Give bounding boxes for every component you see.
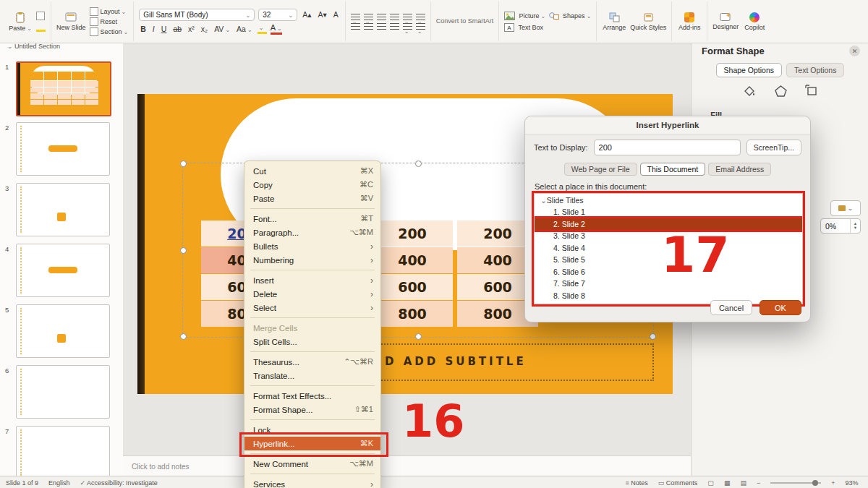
zoom-slider[interactable] [770,482,821,484]
transparency-spinner[interactable]: 0% ▲▼ [820,218,861,234]
section-button[interactable]: Section [90,27,129,36]
menu-item-paste[interactable]: Paste⌘V [244,192,380,205]
font-color-button[interactable]: A [271,24,282,35]
zoom-level[interactable]: 93% [845,479,858,487]
menu-item-font[interactable]: Font...⌘T [244,212,380,226]
justify-icon[interactable] [390,23,399,30]
font-name-select[interactable]: Gill Sans MT (Body) [139,9,255,21]
section-header[interactable]: Untitled Section [7,43,60,50]
resize-handle[interactable] [650,333,656,340]
columns-icon[interactable] [416,23,425,30]
menu-item-bullets[interactable]: Bullets [244,239,380,253]
slide-thumbnail-2[interactable]: 2 [0,122,123,174]
menu-item-format-text-effects[interactable]: Format Text Effects... [244,389,380,403]
menu-item-split-cells[interactable]: Split Cells... [244,335,380,348]
shapes-button[interactable]: Shapes [549,12,591,20]
screentip-button[interactable]: ScreenTip... [746,140,801,155]
tree-root-slide-titles[interactable]: Slide Titles [535,194,802,206]
decrease-font-icon[interactable]: A▾ [317,10,328,19]
ok-button[interactable]: OK [760,300,801,315]
highlight-color-button[interactable] [258,24,267,34]
notes-toggle[interactable]: ≡ Notes [626,479,648,487]
resize-handle[interactable] [415,333,422,340]
subscript-button[interactable]: x₂ [200,25,209,33]
italic-button[interactable]: I [151,25,156,33]
reset-button[interactable]: Reset [90,17,129,26]
close-icon[interactable]: ✕ [849,46,860,56]
addins-button[interactable]: Add-ins [677,12,702,31]
menu-item-new-comment[interactable]: New Comment⌥⌘M [244,457,380,471]
menu-item-services[interactable]: Services [244,477,380,488]
menu-item-delete[interactable]: Delete [244,287,380,301]
fill-color-button[interactable]: ⌄ [830,200,861,216]
effects-pentagon-icon[interactable] [774,85,788,100]
menu-item-insert[interactable]: Insert [244,273,380,287]
table-cell[interactable]: 800 [372,301,453,327]
font-size-select[interactable]: 32 [258,9,297,21]
accessibility-status[interactable]: ✓ Accessibility: Investigate [80,479,158,487]
align-left-icon[interactable] [351,23,360,30]
quick-styles-button[interactable]: Quick Styles [630,12,666,31]
menu-item-translate[interactable]: Translate... [244,369,380,382]
bullets-icon[interactable] [351,14,360,20]
zoom-out-icon[interactable]: − [757,479,760,487]
bold-button[interactable]: B [139,25,148,33]
underline-button[interactable]: U [160,25,169,33]
strikethrough-button[interactable]: ab [171,25,183,33]
character-spacing-button[interactable]: AV [213,25,231,33]
resize-handle[interactable] [180,247,187,254]
menu-item-format-shape[interactable]: Format Shape...⇧⌘1 [244,403,380,416]
menu-item-cut[interactable]: Cut⌘X [244,164,380,178]
slide-thumbnail-7[interactable]: 7 [0,426,123,476]
paste-button[interactable]: Paste [8,12,33,32]
menu-item-copy[interactable]: Copy⌘C [244,178,380,192]
menu-item-numbering[interactable]: Numbering [244,253,380,267]
indent-decrease-icon[interactable] [377,14,386,20]
text-direction-icon[interactable] [416,14,425,20]
slide-thumbnail-4[interactable]: 4 [0,244,123,296]
numbering-icon[interactable] [364,14,373,20]
stepper-icon[interactable]: ▲▼ [850,219,860,233]
picture-button[interactable]: Picture [504,12,545,20]
arrange-button[interactable]: Arrange [602,12,626,31]
superscript-button[interactable]: x² [187,25,196,33]
slideshow-view-icon[interactable]: ▤ [740,479,746,487]
zoom-slider-thumb[interactable] [812,480,818,486]
resize-handle[interactable] [180,160,187,167]
copy-icon[interactable] [36,12,45,20]
align-text-icon[interactable] [403,23,412,30]
increase-font-icon[interactable]: A▴ [301,10,312,19]
menu-item-thesaurus[interactable]: Thesaurus...⌃⌥⌘R [244,355,380,369]
cancel-button[interactable]: Cancel [710,300,752,315]
resize-handle[interactable] [180,333,187,340]
tree-item-slide-1[interactable]: 1. Slide 1 [535,206,802,218]
designer-button[interactable]: Designer [712,12,739,30]
comments-toggle[interactable]: ▭ Comments [658,479,698,487]
align-right-icon[interactable] [377,23,386,30]
normal-view-icon[interactable]: ▢ [707,479,714,487]
clear-formatting-icon[interactable]: A [332,10,340,19]
convert-smartart-button[interactable]: Convert to SmartArt [436,17,494,25]
change-case-button[interactable]: Aa [235,25,254,33]
new-slide-button[interactable]: New Slide [56,12,86,31]
tab-text-options[interactable]: Text Options [786,63,844,77]
layout-button[interactable]: Layout [90,7,129,16]
menu-item-paragraph[interactable]: Paragraph...⌥⌘M [244,226,380,239]
menu-item-select[interactable]: Select [244,301,380,314]
copilot-button[interactable]: Copilot [742,12,767,31]
slide-sorter-view-icon[interactable]: ▦ [724,479,731,487]
zoom-in-icon[interactable]: + [831,479,835,487]
table-cell[interactable]: 400 [372,247,453,273]
notes-pane[interactable]: Click to add notes [123,455,699,476]
fill-bucket-icon[interactable] [742,85,757,100]
text-box-button[interactable]: A Text Box [504,23,591,32]
resize-handle[interactable] [415,160,422,167]
size-properties-icon[interactable] [805,85,819,100]
slide-thumbnail-3[interactable]: 3 [0,183,123,235]
format-painter-icon[interactable] [36,22,46,32]
slide-thumbnail-6[interactable]: 6 [0,365,123,417]
tab-web-page-or-file[interactable]: Web Page or File [564,163,637,176]
tab-this-document[interactable]: This Document [640,163,706,176]
language-selector[interactable]: English [48,479,70,487]
tab-email-address[interactable]: Email Address [708,163,771,176]
